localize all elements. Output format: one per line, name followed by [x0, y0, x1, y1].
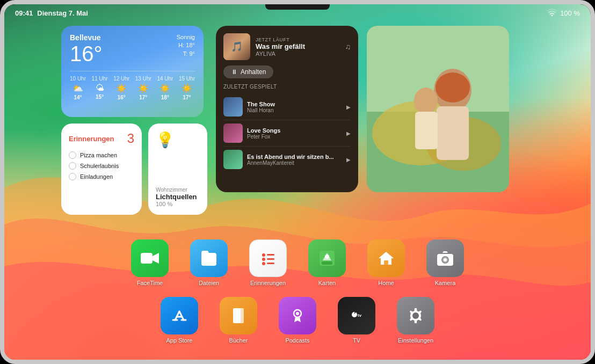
svg-rect-12	[267, 254, 274, 256]
svg-rect-16	[267, 263, 274, 264]
track-info-1: Love Songs Peter Fox	[247, 127, 342, 140]
app-buecher[interactable]: Bücher	[220, 297, 257, 344]
app-kamera[interactable]: Kamera	[426, 239, 464, 286]
music-note-icon: ♫	[345, 42, 351, 51]
ipad-frame: 09:41 Dienstag 7. Mai 100 % Be	[0, 0, 595, 364]
svg-rect-9	[141, 253, 153, 264]
track-item-1[interactable]: Love Songs Peter Fox ▶	[223, 120, 351, 147]
track-info-2: Es ist Abend und wir sitzen b... AnnenMa…	[247, 154, 342, 166]
app-buecher-icon	[220, 297, 257, 334]
photo-content	[367, 26, 509, 192]
svg-point-15	[262, 262, 265, 265]
photo-widget[interactable]	[367, 26, 509, 192]
app-home-icon	[367, 239, 405, 277]
now-playing-title: Was mir gefällt	[256, 42, 340, 50]
forecast-1: 11 Uhr 🌤 15°	[92, 76, 108, 100]
svg-point-24	[444, 258, 447, 261]
app-tv-icon: tv	[338, 297, 375, 334]
svg-point-33	[296, 312, 299, 315]
weather-forecast: 10 Uhr ⛅ 14° 11 Uhr 🌤 15° 12 Uhr ☀️ 16°	[70, 71, 195, 100]
weather-widget[interactable]: Bellevue 16° Sonnig H: 18° T: 9° 10 Uhr …	[61, 26, 204, 117]
status-bar: 09:41 Dienstag 7. Mai 100 %	[4, 9, 591, 18]
forecast-2: 12 Uhr ☀️ 16°	[113, 76, 129, 100]
wifi-icon	[547, 9, 557, 18]
app-home-label: Home	[378, 280, 394, 286]
app-appstore[interactable]: App Store	[161, 297, 198, 344]
svg-marker-10	[153, 253, 159, 264]
reminder-text-1: Schulerlaubnis	[80, 163, 119, 169]
track-info-0: The Show Niall Horan	[247, 101, 342, 113]
svg-rect-19	[322, 261, 332, 265]
app-dateien-label: Dateien	[199, 280, 219, 286]
app-home[interactable]: Home	[367, 239, 405, 286]
now-playing-artist: AYLIVA	[256, 50, 340, 57]
play-icon-0: ▶	[346, 104, 351, 110]
status-right: 100 %	[547, 9, 580, 18]
app-tv-label: TV	[353, 337, 360, 344]
app-dateien-icon	[190, 239, 228, 277]
svg-text:tv: tv	[358, 313, 362, 318]
light-room: Wohnzimmer	[156, 187, 200, 193]
now-playing-art: 🎵	[223, 33, 250, 60]
app-erinnerungen-icon	[249, 239, 287, 277]
app-erinnerungen-label: Erinnerungen	[250, 280, 286, 286]
top-notch	[265, 4, 330, 10]
track-art-1	[223, 123, 243, 143]
reminder-circle-0	[69, 151, 76, 159]
app-karten-label: Karten	[318, 280, 336, 286]
forecast-5: 15 Uhr ☀️ 17°	[179, 76, 195, 100]
reminder-text-2: Einladungen	[80, 173, 113, 180]
app-karten-icon	[308, 239, 346, 277]
status-date: Dienstag 7. Mai	[37, 9, 88, 17]
forecast-0: 10 Uhr ⛅ 14°	[70, 76, 86, 100]
svg-point-13	[262, 258, 265, 261]
app-facetime-label: FaceTime	[137, 280, 163, 286]
reminder-item-1: Schulerlaubnis	[69, 162, 134, 170]
weather-condition: Sonnig H: 18° T: 9°	[177, 33, 195, 58]
reminders-widget[interactable]: Erinnerungen 3 Pizza machen Schulerlaubn…	[61, 123, 142, 215]
forecast-4: 14 Uhr ☀️ 18°	[157, 76, 173, 100]
now-playing-header: 🎵 JETZT LÄUFT Was mir gefällt AYLIVA ♫	[223, 33, 351, 60]
recently-played-label: ZULETZT GESPIELT	[223, 84, 351, 90]
play-icon-2: ▶	[346, 157, 351, 163]
app-podcasts[interactable]: Podcasts	[279, 297, 316, 344]
reminder-text-0: Pizza machen	[80, 152, 117, 158]
weather-city: Bellevue	[70, 33, 103, 42]
pause-icon: ⏸	[231, 68, 237, 76]
svg-rect-31	[236, 308, 244, 323]
svg-rect-14	[267, 258, 274, 260]
now-playing-label: JETZT LÄUFT	[256, 37, 340, 42]
reminder-item-2: Einladungen	[69, 173, 134, 180]
reminders-count: 3	[127, 131, 134, 146]
app-karten[interactable]: Karten	[308, 239, 346, 286]
app-kamera-icon	[426, 239, 464, 277]
svg-rect-8	[415, 112, 438, 149]
svg-point-11	[262, 253, 265, 257]
app-podcasts-label: Podcasts	[285, 337, 309, 344]
app-einstellungen[interactable]: Einstellungen	[397, 297, 434, 344]
app-erinnerungen[interactable]: Erinnerungen	[249, 239, 287, 286]
music-widget[interactable]: 🎵 JETZT LÄUFT Was mir gefällt AYLIVA ♫ ⏸…	[216, 26, 358, 192]
app-appstore-label: App Store	[166, 337, 193, 344]
pause-button[interactable]: ⏸ Anhalten	[223, 65, 273, 78]
reminder-circle-2	[69, 173, 76, 180]
play-icon-1: ▶	[346, 130, 351, 136]
light-widget[interactable]: 💡 Wohnzimmer Lichtquellen 100 %	[148, 123, 207, 215]
app-appstore-icon	[161, 297, 198, 334]
app-kamera-label: Kamera	[435, 280, 456, 286]
status-time: 09:41	[15, 9, 33, 17]
app-einstellungen-label: Einstellungen	[398, 337, 433, 344]
app-tv[interactable]: tv TV	[338, 297, 375, 344]
reminder-circle-1	[69, 162, 76, 170]
app-facetime[interactable]: FaceTime	[131, 239, 169, 286]
track-art-0	[223, 97, 243, 117]
battery-text: 100 %	[560, 9, 580, 17]
reminder-item-0: Pizza machen	[69, 151, 134, 159]
reminders-title: Erinnerungen	[69, 135, 114, 143]
svg-point-7	[414, 88, 438, 114]
widgets-area: Bellevue 16° Sonnig H: 18° T: 9° 10 Uhr …	[61, 26, 534, 215]
track-item-2[interactable]: Es ist Abend und wir sitzen b... AnnenMa…	[223, 147, 351, 172]
app-dateien[interactable]: Dateien	[190, 239, 228, 286]
track-item-0[interactable]: The Show Niall Horan ▶	[223, 94, 351, 120]
app-buecher-label: Bücher	[229, 337, 248, 344]
